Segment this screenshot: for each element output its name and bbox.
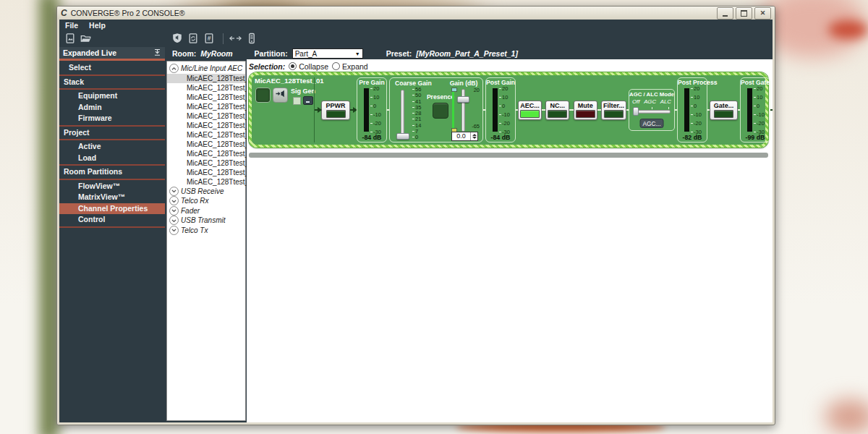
agc-alc-panel: AGC / ALC Mode OffAGCALC AGC... xyxy=(629,89,675,131)
room-value: MyRoom xyxy=(200,49,232,58)
gain-panel: Gain (dB) 20 -65 0.0 xyxy=(447,80,480,142)
selection-radio-collapse[interactable] xyxy=(289,62,297,70)
desktop-background-blob xyxy=(828,20,868,39)
channel-item[interactable]: MicAEC_128Ttest_08 xyxy=(167,140,245,149)
selection-label: Selection: xyxy=(249,62,285,71)
menu-help[interactable]: Help xyxy=(89,21,106,30)
channel-item[interactable]: MicAEC_128Ttest_04 xyxy=(167,102,245,111)
channel-item[interactable]: MicAEC_128Ttest_12 xyxy=(167,177,245,187)
maximize-button[interactable] xyxy=(736,7,752,20)
channel-group-usb-transmit[interactable]: USB Transmit xyxy=(167,216,245,226)
channel-item[interactable]: MicAEC_128Ttest_01 xyxy=(167,74,245,83)
sidebar-item-room-partitions[interactable]: Room Partitions xyxy=(59,166,165,178)
horizontal-scrollbar[interactable] xyxy=(249,153,768,158)
mute-button[interactable]: Mute xyxy=(574,101,597,120)
image-file-icon[interactable] xyxy=(63,32,77,46)
gain-slider-handle[interactable] xyxy=(457,96,469,103)
nc-indicator xyxy=(548,110,567,118)
expand-chevron-icon[interactable] xyxy=(169,187,179,196)
expand-chevron-icon[interactable] xyxy=(169,206,179,216)
sidebar-item-load[interactable]: Load xyxy=(59,153,165,164)
file-sync-icon[interactable] xyxy=(186,32,200,46)
expand-chevron-icon[interactable] xyxy=(169,196,179,205)
channel-strip-title: MicAEC_128Ttest_01 xyxy=(255,77,314,85)
partition-select[interactable]: Part_A ▼ xyxy=(292,48,363,59)
nc-button[interactable]: NC... xyxy=(545,101,569,120)
sidebar-item-stack[interactable]: Stack xyxy=(59,77,165,88)
channel-group-telco-rx[interactable]: Telco Rx xyxy=(167,196,245,206)
channel-item[interactable]: MicAEC_128Ttest_07 xyxy=(167,130,245,140)
signal-flow-connector xyxy=(542,109,545,111)
input-source-button[interactable] xyxy=(273,88,288,103)
coarse-gain-slider-handle[interactable] xyxy=(396,133,409,140)
filter-button[interactable]: Filter... xyxy=(601,101,626,120)
close-button[interactable] xyxy=(754,7,771,20)
channel-group-mic-line-input-aec[interactable]: Mic/Line Input AEC xyxy=(167,64,245,74)
selection-radio-label: Expand xyxy=(342,62,368,71)
channel-group-fader[interactable]: Fader xyxy=(167,206,245,216)
gain-spinner-arrows[interactable] xyxy=(470,132,477,140)
gain-spinbox[interactable]: 0.0 xyxy=(451,132,478,141)
agc-mode-slider-handle[interactable] xyxy=(633,107,639,116)
channel-group-usb-receive[interactable]: USB Receive xyxy=(167,187,245,197)
agc-mode-option-off[interactable]: Off xyxy=(632,98,639,105)
device-icon[interactable] xyxy=(244,32,258,46)
agc-mode-option-agc[interactable]: AGC xyxy=(644,98,656,105)
mute-indicator xyxy=(576,110,595,118)
sidebar-item-matrixview[interactable]: MatrixView™ xyxy=(59,192,165,203)
spin-down-icon[interactable] xyxy=(472,137,477,139)
channel-group-telco-tx[interactable]: Telco Tx xyxy=(167,226,245,236)
coarse-gain-slider[interactable] xyxy=(401,90,404,139)
shield-audio-icon[interactable] xyxy=(170,32,184,46)
title-bar[interactable]: C CONVERGE® Pro 2 CONSOLE® xyxy=(57,7,775,20)
menu-file[interactable]: File xyxy=(65,21,78,30)
open-folder-icon[interactable] xyxy=(79,32,93,46)
channel-group-label: USB Receive xyxy=(181,187,224,195)
minimize-button[interactable] xyxy=(717,7,733,20)
gain-max-marker[interactable] xyxy=(451,88,457,92)
expand-chevron-icon[interactable] xyxy=(169,226,179,235)
gate-button[interactable]: Gate... xyxy=(710,101,738,120)
sidebar-item-control[interactable]: Control xyxy=(59,214,165,226)
channel-item[interactable]: MicAEC_128Ttest_10 xyxy=(167,158,245,168)
agc-mode-option-alc[interactable]: ALC xyxy=(660,98,671,105)
sig-gen-button[interactable] xyxy=(303,96,313,105)
sidebar-item-flowview[interactable]: FlowView™ xyxy=(59,181,165,192)
pin-icon[interactable] xyxy=(153,48,161,58)
gain-slider[interactable] xyxy=(461,89,465,132)
sidebar-separator xyxy=(59,179,165,180)
channel-item[interactable]: MicAEC_128Ttest_02 xyxy=(167,83,245,93)
sidebar-separator xyxy=(59,226,165,228)
post-gate-meter: Post Gate20100-10-20-30-99 dB xyxy=(740,77,770,142)
channel-item[interactable]: MicAEC_128Ttest_06 xyxy=(167,121,245,130)
presence-button[interactable] xyxy=(433,103,448,119)
agc-settings-button[interactable]: AGC... xyxy=(640,119,664,128)
sidebar-item-firmware[interactable]: Firmware xyxy=(59,113,165,124)
view-mode-dropdown[interactable]: Expanded Live xyxy=(59,47,165,60)
channel-item[interactable]: MicAEC_128Ttest_09 xyxy=(167,149,245,158)
channel-strip-selection-border[interactable]: MicAEC_128Ttest_01 Sig xyxy=(249,72,768,148)
selection-radio-expand[interactable] xyxy=(332,62,340,70)
svg-text:#: # xyxy=(207,35,210,42)
sidebar-item-channel-properties[interactable]: Channel Properties xyxy=(59,203,165,215)
aec-button[interactable]: AEC... xyxy=(518,101,542,120)
sidebar-item-project[interactable]: Project xyxy=(59,127,165,139)
sidebar-item-admin[interactable]: Admin xyxy=(59,102,165,114)
channel-state-button[interactable] xyxy=(255,88,271,103)
desktop-background-blob xyxy=(39,0,59,434)
channel-group-label: Telco Rx xyxy=(181,197,209,205)
channel-item[interactable]: MicAEC_128Ttest_03 xyxy=(167,93,245,102)
sig-gen-checkbox[interactable] xyxy=(293,97,301,105)
sidebar-item-select[interactable]: Select xyxy=(59,62,165,74)
file-hash-icon[interactable]: # xyxy=(202,32,216,46)
sidebar-item-active[interactable]: Active xyxy=(59,141,165,153)
agc-mode-slider[interactable] xyxy=(633,107,671,114)
expand-chevron-icon[interactable] xyxy=(169,216,179,225)
swap-arrows-icon[interactable] xyxy=(229,32,242,46)
spin-up-icon[interactable] xyxy=(472,134,477,136)
channel-item[interactable]: MicAEC_128Ttest_11 xyxy=(167,168,245,177)
channel-item[interactable]: MicAEC_128Ttest_05 xyxy=(167,111,245,121)
collapse-chevron-icon[interactable] xyxy=(169,64,179,73)
sidebar-item-equipment[interactable]: Equipment xyxy=(59,90,165,102)
ppwr-button[interactable]: PPWR xyxy=(321,101,350,120)
